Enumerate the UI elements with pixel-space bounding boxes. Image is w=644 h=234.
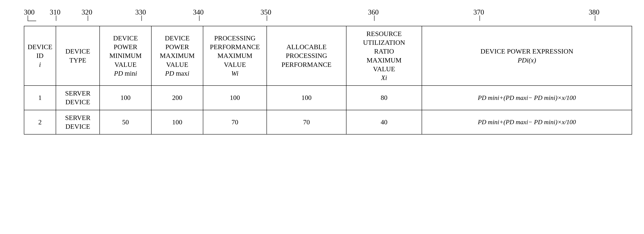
row2-pd-min: 50 <box>100 110 151 134</box>
header-device-type: DEVICETYPE <box>56 26 100 86</box>
row1-res-util: 80 <box>346 86 422 110</box>
row1-alloc-proc: 100 <box>267 86 346 110</box>
header-pd-min: DEVICEPOWERMINIMUMVALUEPD mini <box>100 26 151 86</box>
row1-proc-perf: 100 <box>203 86 267 110</box>
row2-expression: PD mini+(PD maxi− PD mini)×x/100 <box>422 110 632 134</box>
row2-pd-max: 100 <box>151 110 203 134</box>
row2-device-type: SERVERDEVICE <box>56 110 100 134</box>
row1-expression: PD mini+(PD maxi− PD mini)×x/100 <box>422 86 632 110</box>
header-res-util: RESOURCEUTILIZATIONRATIOMAXIMUMVALUEXi <box>346 26 422 86</box>
header-device-id: DEVICEIDi <box>24 26 56 86</box>
diagram-container: 300 310 320 330 340 350 360 370 380 <box>12 8 632 134</box>
table-row-1: 1 SERVERDEVICE 100 200 100 100 80 PD min… <box>24 86 632 110</box>
row1-pd-min: 100 <box>100 86 151 110</box>
table-row-2: 2 SERVERDEVICE 50 100 70 70 40 PD mini+(… <box>24 110 632 134</box>
row2-device-id: 2 <box>24 110 56 134</box>
row1-device-type: SERVERDEVICE <box>56 86 100 110</box>
bracket-lines <box>24 8 632 24</box>
row1-pd-max: 200 <box>151 86 203 110</box>
row1-device-id: 1 <box>24 86 56 110</box>
header-pd-max: DEVICEPOWERMAXIMUMVALUEPD maxi <box>151 26 203 86</box>
header-alloc-proc: ALLOCABLEPROCESSINGPERFORMANCE <box>267 26 346 86</box>
row2-res-util: 40 <box>346 110 422 134</box>
main-table: DEVICEIDi DEVICETYPE DEVICEPOWERMINIMUMV… <box>24 26 632 134</box>
reference-labels-row: 300 310 320 330 340 350 360 370 380 <box>24 8 632 24</box>
header-row: DEVICEIDi DEVICETYPE DEVICEPOWERMINIMUMV… <box>24 26 632 86</box>
row2-alloc-proc: 70 <box>267 110 346 134</box>
header-expression: DEVICE POWER EXPRESSIONPDi(x) <box>422 26 632 86</box>
header-proc-perf: PROCESSINGPERFORMANCEMAXIMUMVALUEWi <box>203 26 267 86</box>
row2-proc-perf: 70 <box>203 110 267 134</box>
